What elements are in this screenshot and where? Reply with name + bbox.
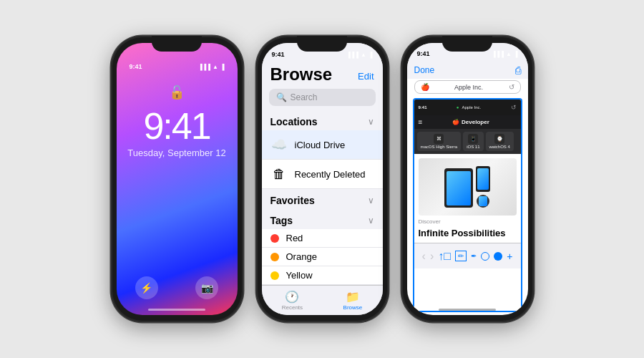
ios-icon: 📱 [468,134,478,144]
share-tool-icon[interactable]: ↑□ [438,250,451,263]
safari-reload-icon[interactable]: ↺ [509,83,514,91]
forward-icon[interactable]: › [430,250,434,263]
files-status-time: 9:41 [272,51,285,58]
watchos-tab-label: watchOS 4 [489,145,510,149]
favorites-chevron-icon: ∨ [368,195,374,205]
phone-3-safari: 9:41 ▐▐▐ ▲ ▐ Done ⎙ 🍎 Apple Inc. ↺ 9:41 [401,36,534,322]
files-wifi-icon: ▲ [361,52,366,58]
add-tool-icon[interactable]: + [507,251,512,262]
tab-recents[interactable]: 🕐 Recents [282,290,303,311]
recently-deleted-label: Recently Deleted [295,169,366,180]
tag-label-yellow: Yellow [286,270,313,281]
macos-icon: ⌘ [434,134,444,144]
files-search-bar[interactable]: 🔍 Search [269,89,376,106]
inner-refresh-icon[interactable]: ↺ [511,104,517,111]
icloud-drive-row[interactable]: ☁️ iCloud Drive [262,130,383,160]
notch-1 [152,36,202,52]
lock-bottom-bar: ⚡ 📷 [117,276,238,299]
browse-tab-icon: 📁 [346,290,360,304]
locations-title: Locations [270,116,318,127]
tag-dot-red [270,234,279,243]
safari-share-icon[interactable]: ⎙ [515,64,521,76]
files-battery-icon: ▐ [369,52,373,58]
back-icon[interactable]: ‹ [422,250,426,263]
developer-label: Developer [462,119,489,125]
safari-signal-icon: ▐▐▐ [492,51,504,57]
pen-icon[interactable]: ✒ [471,252,477,260]
macos-tab[interactable]: ⌘ macOS High Sierra [417,132,462,151]
safari-done-button[interactable]: Done [414,65,435,75]
wifi-icon: ▲ [213,64,218,70]
locations-section-header: Locations ∨ [262,110,383,130]
files-signal-icon: ▐▐▐ [346,52,358,58]
filled-circle-icon[interactable] [494,252,502,261]
files-edit-button[interactable]: Edit [358,71,374,84]
tag-row-orange[interactable]: Orange [262,248,383,266]
ios-tab-label: iOS 11 [467,145,479,149]
phone-1-lock-screen: 9:41 ▐▐▐ ▲ ▐ 🔓 9:41 Tuesday, September 1… [111,36,243,322]
tag-label-orange: Orange [286,251,317,262]
safari-urlbar[interactable]: 🍎 Apple Inc. ↺ [414,80,521,94]
flashlight-icon[interactable]: ⚡ [135,276,158,299]
recents-tab-icon: 🕐 [285,290,299,304]
search-icon: 🔍 [276,92,287,102]
safari-battery-icon: ▐ [514,51,518,57]
watchos-icon: ⌚ [494,134,504,144]
lock-icon: 🔓 [169,84,185,100]
circle-tool-icon[interactable] [481,252,489,261]
camera-icon[interactable]: 📷 [195,276,218,299]
hamburger-icon[interactable]: ≡ [419,118,423,126]
search-placeholder: Search [291,92,318,102]
developer-bar: ≡ 🍎 Developer [414,115,521,129]
inner-time: 9:41 [419,105,427,110]
tablet-screen [447,171,471,205]
watch-screen [479,196,487,206]
icloud-drive-icon: ☁️ [270,136,288,153]
screen-1: 9:41 ▐▐▐ ▲ ▐ 🔓 9:41 Tuesday, September 1… [117,43,238,315]
phone-small-screen [477,168,489,190]
safari-bottom-toolbar: ‹ › ↑□ ✏ ✒ + [414,243,521,268]
favorites-title: Favorites [270,195,315,206]
safari-status-time: 9:41 [417,50,430,57]
battery-icon: ▐ [220,64,225,70]
lock-statusbar: 9:41 ▐▐▐ ▲ ▐ [117,63,238,70]
tablet-shape [444,168,473,208]
recently-deleted-row[interactable]: 🗑 Recently Deleted [262,160,383,189]
recents-tab-label: Recents [282,304,303,311]
files-title: Browse [270,64,333,84]
files-background: 9:41 ▐▐▐ ▲ ▐ Browse Edit 🔍 Search Locati… [262,43,383,315]
tags-title: Tags [270,215,293,226]
signal-icon: ▐▐▐ [198,64,210,70]
locations-chevron-icon: ∨ [368,117,374,127]
devices-image [419,158,517,216]
inner-carrier: Apple Inc. [462,105,481,110]
tab-browse[interactable]: 📁 Browse [343,290,363,311]
dev-tabs-bar: ⌘ macOS High Sierra 📱 iOS 11 ⌚ watchOS 4 [414,129,521,154]
phone-2-files: 9:41 ▐▐▐ ▲ ▐ Browse Edit 🔍 Search Locati… [256,36,389,322]
tag-row-red[interactable]: Red [262,229,383,248]
lock-status-time: 9:41 [130,63,142,70]
safari-topbar: Done ⎙ [407,62,528,79]
files-navbar: Browse Edit [262,63,383,89]
macos-tab-label: macOS High Sierra [421,145,458,149]
lock-background: 9:41 ▐▐▐ ▲ ▐ 🔓 9:41 Tuesday, September 1… [117,43,238,315]
home-indicator-1 [148,309,205,311]
safari-inner-statusbar: 9:41 ● Apple Inc. ↺ [414,100,521,115]
markup-icon[interactable]: ✏ [455,251,467,261]
ios-tab[interactable]: 📱 iOS 11 [463,132,483,151]
tag-dot-orange [270,253,279,261]
watchos-tab[interactable]: ⌚ watchOS 4 [486,132,514,151]
home-indicator-3 [439,309,496,311]
apple-dev-icon: 🍎 [452,119,459,125]
notch-3 [442,36,492,52]
safari-headline: Infinite Possibilities [419,228,517,238]
files-tabbar: 🕐 Recents 📁 Browse [262,285,383,315]
screen-2: 9:41 ▐▐▐ ▲ ▐ Browse Edit 🔍 Search Locati… [262,43,383,315]
tag-dot-yellow [270,271,279,280]
browse-tab-label: Browse [343,304,363,311]
screen-3: 9:41 ▐▐▐ ▲ ▐ Done ⎙ 🍎 Apple Inc. ↺ 9:41 [407,43,528,315]
tag-row-yellow[interactable]: Yellow [262,266,383,285]
recently-deleted-icon: 🗑 [270,165,288,183]
lock-status-icons: ▐▐▐ ▲ ▐ [198,64,225,70]
icloud-drive-label: iCloud Drive [295,140,346,150]
